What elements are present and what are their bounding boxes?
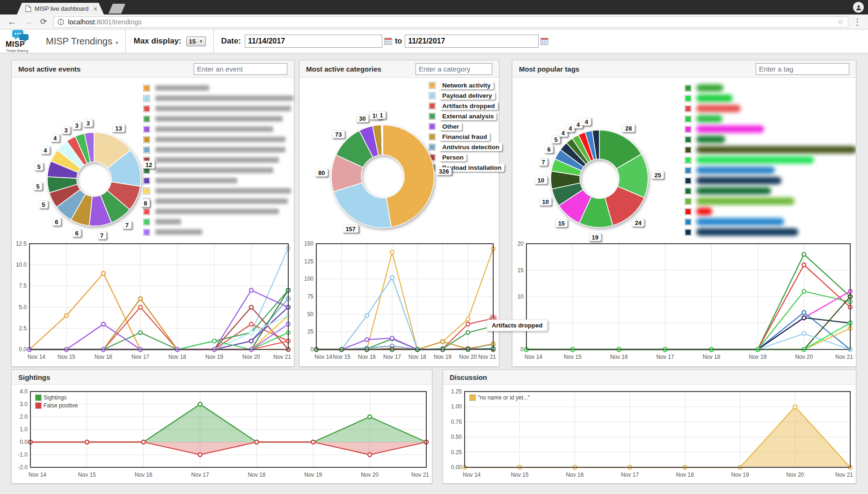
- legend-swatch: [35, 402, 42, 409]
- pie-slice[interactable]: [551, 159, 581, 176]
- blurred-event-name: [155, 85, 209, 91]
- pie-slice[interactable]: [67, 136, 87, 165]
- date-from-input[interactable]: [245, 35, 382, 48]
- pie-slice[interactable]: [89, 195, 111, 226]
- legend-swatch: [469, 394, 476, 401]
- browser-tab[interactable]: MISP live dashboard ×: [17, 3, 104, 15]
- panel-header: Sightings: [12, 370, 432, 385]
- pie-slice[interactable]: [372, 125, 382, 155]
- legend-row: [685, 175, 856, 186]
- events_lines-chart: 12.510.07.55.02.50.0Nov 14Nov 15Nov 16No…: [13, 241, 293, 363]
- svg-text:Nov 16: Nov 16: [95, 354, 112, 360]
- svg-text:1.25: 1.25: [451, 389, 462, 395]
- event-search-input[interactable]: [194, 63, 287, 75]
- blurred-tag-pill: [696, 84, 723, 92]
- pie-slice[interactable]: [382, 125, 383, 155]
- pie-slice[interactable]: [359, 126, 379, 157]
- legend-row: Payload delivery: [429, 90, 504, 101]
- legend-row: [685, 165, 856, 175]
- pie-slice[interactable]: [57, 189, 86, 220]
- category-search-input[interactable]: [416, 63, 492, 75]
- svg-text:75: 75: [307, 293, 314, 300]
- forward-icon[interactable]: →: [24, 17, 33, 26]
- pie-slice[interactable]: [567, 138, 589, 164]
- panel-title: Most popular tags: [519, 65, 579, 73]
- legend-swatch: [429, 123, 436, 130]
- pie-slice[interactable]: [51, 150, 80, 173]
- url-bar[interactable]: localhost :8001/trendings ☆: [53, 16, 848, 28]
- nav-title-dropdown[interactable]: MISP Trendings▾: [46, 36, 118, 47]
- pie-slice[interactable]: [331, 155, 363, 191]
- pie-slice[interactable]: [58, 141, 84, 168]
- pie-slice[interactable]: [616, 154, 648, 197]
- pie-slice[interactable]: [579, 196, 613, 227]
- profile-icon[interactable]: [853, 2, 864, 13]
- legend-swatch: [143, 136, 150, 143]
- pie-value-label: 326: [436, 167, 452, 175]
- legend-swatch: [143, 208, 150, 215]
- pie-slice[interactable]: [383, 125, 434, 227]
- svg-text:15: 15: [518, 267, 524, 274]
- pie-slice[interactable]: [561, 143, 586, 167]
- pie-slice[interactable]: [47, 177, 78, 193]
- svg-text:0.25: 0.25: [451, 449, 462, 456]
- legend-swatch: [143, 188, 150, 195]
- legend-swatch: [685, 229, 692, 236]
- calendar-icon[interactable]: [384, 37, 392, 45]
- pie-slice[interactable]: [107, 182, 140, 210]
- categories-legend: Network activityPayload deliveryArtifact…: [429, 80, 504, 173]
- blurred-event-name: [155, 147, 285, 153]
- max-display-select[interactable]: 15 ▼: [186, 36, 206, 46]
- tab-title: MISP live dashboard: [35, 6, 88, 12]
- pie-slice[interactable]: [551, 171, 580, 189]
- misp-logo[interactable]: MISP Threat Sharing: [6, 29, 39, 53]
- pie-slice[interactable]: [49, 184, 80, 207]
- blurred-event-name: [155, 126, 273, 132]
- pie-slice[interactable]: [382, 125, 383, 155]
- pie-slice[interactable]: [559, 189, 591, 223]
- legend-row: [685, 206, 856, 217]
- svg-text:Nov 15: Nov 15: [564, 354, 582, 360]
- svg-text:0.0: 0.0: [20, 439, 28, 445]
- pie-slice[interactable]: [585, 131, 597, 160]
- legend-row: [143, 134, 293, 145]
- tag-search-input[interactable]: [756, 63, 849, 75]
- back-icon[interactable]: ←: [7, 17, 16, 26]
- pie-value-label: 10: [535, 176, 547, 184]
- pie-value-label: 7: [539, 158, 548, 166]
- panel-header: Most active events: [12, 60, 294, 78]
- svg-text:Nov 21: Nov 21: [478, 354, 496, 360]
- pie-slice[interactable]: [47, 161, 78, 178]
- pie-slice[interactable]: [555, 150, 584, 171]
- legend-swatch: [685, 157, 692, 164]
- pie-slice[interactable]: [578, 132, 594, 161]
- browser-menu-icon[interactable]: ⋮: [853, 17, 861, 27]
- panel-title: Most active events: [18, 65, 80, 73]
- reload-icon[interactable]: ⟳: [40, 18, 47, 26]
- new-tab-button[interactable]: [109, 4, 125, 14]
- pie-slice[interactable]: [101, 190, 130, 223]
- legend-swatch: [685, 208, 692, 215]
- pie-slice[interactable]: [592, 130, 599, 159]
- svg-text:Nov 20: Nov 20: [242, 354, 260, 360]
- pie-slice[interactable]: [84, 132, 94, 162]
- blurred-tag-pill: [696, 228, 798, 236]
- url-path: :8001/trendings: [95, 18, 141, 26]
- tab-close-icon[interactable]: ×: [94, 6, 97, 12]
- date-to-input[interactable]: [405, 35, 539, 48]
- pie-slice[interactable]: [71, 194, 92, 225]
- pie-slice[interactable]: [334, 183, 391, 228]
- pie-slice[interactable]: [381, 125, 382, 155]
- pie-slice[interactable]: [572, 135, 591, 162]
- pie-slice[interactable]: [599, 130, 642, 169]
- svg-text:Nov 15: Nov 15: [511, 472, 529, 478]
- legend-swatch: [429, 154, 436, 161]
- pie-slice[interactable]: [108, 150, 141, 187]
- info-icon[interactable]: [58, 19, 64, 25]
- pie-value-label: 12: [143, 161, 155, 169]
- pie-slice[interactable]: [94, 132, 131, 168]
- pie-slice[interactable]: [552, 183, 583, 206]
- bookmark-star-icon[interactable]: ☆: [837, 17, 844, 26]
- pie-slice[interactable]: [75, 133, 91, 163]
- calendar-icon[interactable]: [540, 37, 548, 45]
